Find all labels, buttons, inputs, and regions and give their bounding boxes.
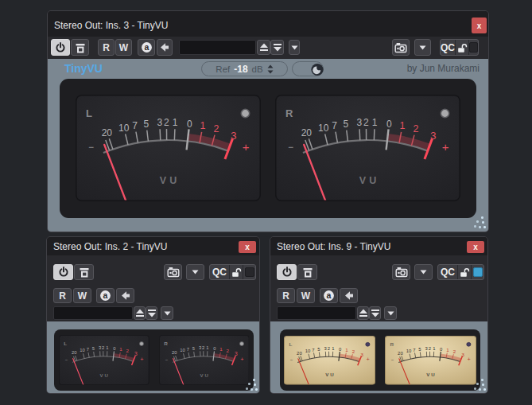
svg-text:+: +: [140, 356, 143, 363]
svg-text:5: 5: [344, 119, 349, 130]
plugin-window-right: Stereo Out: Ins. 9 - TinyVU x QC R W a 2…: [270, 236, 488, 394]
automation-a-icon: a: [323, 290, 335, 302]
activate-button[interactable]: [51, 39, 70, 56]
automation-button[interactable]: a: [138, 39, 155, 56]
next-preset-button[interactable]: [369, 306, 381, 320]
write-automation-button[interactable]: W: [115, 39, 132, 56]
write-automation-button[interactable]: W: [297, 288, 315, 303]
qc-button[interactable]: QC: [210, 265, 229, 279]
svg-text:3: 3: [134, 351, 138, 356]
resize-grip[interactable]: [246, 379, 258, 392]
spinner-up-down-icon[interactable]: [267, 64, 274, 74]
preset-name-field[interactable]: [277, 306, 356, 320]
svg-text:5: 5: [92, 346, 95, 351]
preset-menu-button[interactable]: [384, 306, 397, 320]
close-button[interactable]: x: [472, 18, 487, 33]
qc-focus-cell[interactable]: [469, 40, 478, 55]
resize-grip[interactable]: [474, 216, 487, 230]
snapshot-button[interactable]: [392, 39, 410, 56]
open-padlock-icon: [231, 267, 242, 278]
switch-ab-button[interactable]: [340, 288, 358, 303]
titlebar[interactable]: Stereo Out: Ins. 2 - TinyVU x: [47, 237, 259, 255]
titlebar[interactable]: Stereo Out: Ins. 3 - TinyVU x: [48, 11, 488, 37]
close-icon: x: [477, 21, 482, 30]
qc-focus-cell[interactable]: [243, 265, 255, 279]
triangle-down-icon: [387, 311, 394, 316]
plugin-panel: TinyVU Ref -18 dB by Jun Murakami 201075…: [48, 59, 488, 232]
automation-button[interactable]: a: [320, 288, 338, 303]
previous-preset-button[interactable]: [357, 306, 369, 320]
snapshot-button[interactable]: [392, 264, 410, 280]
automation-a-icon: a: [99, 290, 111, 302]
read-automation-button[interactable]: R: [53, 288, 72, 303]
svg-text:3: 3: [99, 346, 101, 351]
svg-text:5: 5: [144, 119, 150, 130]
camera-icon: [395, 267, 408, 278]
svg-text:a: a: [103, 290, 108, 300]
next-preset-button[interactable]: [146, 306, 157, 320]
svg-text:+: +: [468, 357, 471, 364]
functions-menu-button[interactable]: [414, 39, 431, 56]
qc-lock-button[interactable]: [230, 265, 243, 279]
svg-text:−: −: [288, 142, 293, 153]
bypass-icon: [302, 267, 313, 278]
triangle-up-icon: [259, 43, 269, 52]
snapshot-button[interactable]: [164, 264, 182, 280]
triangle-up-icon: [359, 309, 368, 317]
qc-lock-button[interactable]: [458, 265, 471, 279]
plugin-panel: 2010753210123−+VUL 2010753210123−+VUR: [270, 321, 487, 393]
triangle-down-icon: [273, 43, 282, 52]
qc-button[interactable]: QC: [441, 40, 455, 55]
read-automation-button[interactable]: R: [98, 39, 115, 56]
plugin-window-left: Stereo Out: Ins. 2 - TinyVU x QC R W a 2…: [46, 236, 260, 394]
functions-menu-button[interactable]: [414, 264, 433, 280]
qc-focus-cell[interactable]: [472, 265, 483, 279]
qc-lock-button[interactable]: [456, 40, 468, 55]
svg-text:VU: VU: [200, 373, 209, 378]
svg-text:10: 10: [80, 349, 85, 353]
svg-text:7: 7: [332, 120, 337, 131]
switch-ab-button[interactable]: [157, 39, 173, 56]
svg-text:3: 3: [324, 346, 327, 351]
power-icon: [282, 267, 293, 278]
previous-preset-button[interactable]: [257, 40, 270, 55]
svg-text:2: 2: [414, 123, 419, 134]
bypass-icon: [79, 267, 90, 278]
preset-menu-button[interactable]: [161, 306, 173, 320]
functions-menu-button[interactable]: [186, 264, 204, 280]
svg-text:3: 3: [157, 117, 162, 128]
svg-text:3: 3: [198, 346, 200, 351]
triangle-down-icon: [419, 45, 426, 50]
read-automation-button[interactable]: R: [277, 288, 295, 303]
theme-toggle[interactable]: [292, 61, 324, 76]
automation-button[interactable]: a: [96, 288, 115, 303]
close-button[interactable]: x: [467, 241, 484, 253]
bypass-button[interactable]: [71, 39, 89, 56]
meter-housing: 2010753210123−+VUL 2010753210123−+VUR: [54, 329, 254, 391]
window-title: Stereo Out: Ins. 9 - TinyVU: [277, 241, 390, 252]
resize-grip[interactable]: [474, 379, 487, 392]
svg-text:1: 1: [400, 120, 406, 131]
svg-text:7: 7: [186, 347, 188, 352]
activate-button[interactable]: [277, 264, 297, 280]
preset-menu-button[interactable]: [289, 40, 300, 55]
quick-controls-group: QC: [209, 264, 256, 280]
next-preset-button[interactable]: [270, 40, 284, 55]
write-automation-button[interactable]: W: [73, 288, 91, 303]
bypass-button[interactable]: [297, 264, 317, 280]
svg-text:VU: VU: [100, 373, 110, 378]
svg-text:2: 2: [429, 346, 431, 351]
previous-preset-button[interactable]: [134, 306, 146, 320]
preset-name-field[interactable]: [53, 306, 133, 320]
write-label: W: [119, 42, 128, 53]
ref-unit: dB: [252, 64, 263, 74]
reference-level-control[interactable]: Ref -18 dB: [201, 61, 288, 76]
preset-name-field[interactable]: [179, 40, 256, 55]
qc-button[interactable]: QC: [438, 265, 457, 279]
titlebar[interactable]: Stereo Out: Ins. 9 - TinyVU x: [270, 237, 487, 255]
close-button[interactable]: x: [239, 241, 256, 253]
activate-button[interactable]: [53, 264, 73, 280]
write-label: W: [78, 290, 87, 302]
switch-ab-button[interactable]: [116, 288, 134, 303]
bypass-button[interactable]: [74, 264, 94, 280]
